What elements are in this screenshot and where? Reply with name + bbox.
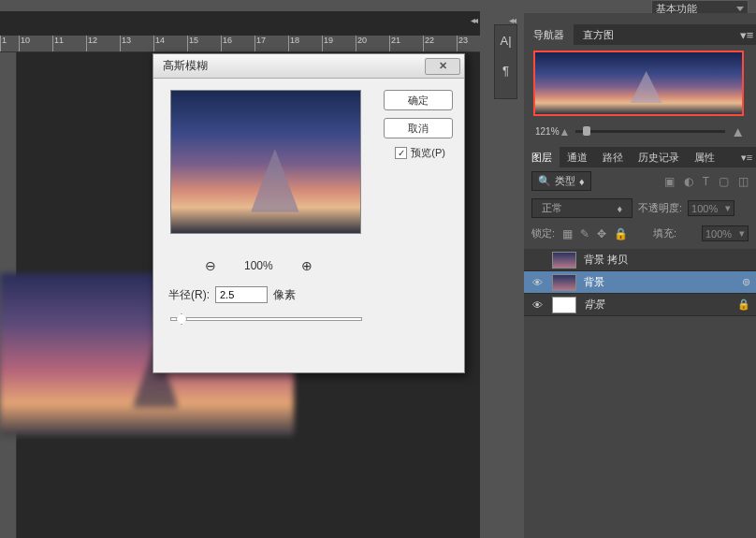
ruler-tick: 14 bbox=[153, 36, 187, 51]
search-icon: 🔍 bbox=[538, 175, 551, 187]
radius-input[interactable] bbox=[215, 286, 268, 303]
layers-panel-tabs: 图层 通道 路径 历史记录 属性 ▾≡ bbox=[524, 147, 756, 167]
panels-area: 导航器 直方图 ▾≡ 121% ▲ ▲ 图层 通道 路径 历史记录 属性 ▾≡ … bbox=[524, 13, 756, 538]
ruler-tick: 15 bbox=[187, 36, 221, 51]
ok-button[interactable]: 确定 bbox=[384, 90, 453, 110]
radius-unit: 像素 bbox=[273, 287, 296, 303]
navigator-zoom-controls: 121% ▲ ▲ bbox=[533, 124, 747, 139]
layer-name[interactable]: 背景 bbox=[584, 298, 604, 312]
lock-brush-icon[interactable]: ✎ bbox=[580, 227, 589, 240]
zoom-slider[interactable] bbox=[575, 130, 725, 133]
layers-list: 背景 拷贝 👁 背景 ⊚ 👁 背景 🔒 bbox=[524, 249, 756, 316]
layer-kind-dropdown[interactable]: 🔍 类型 ♦ bbox=[531, 171, 591, 191]
preview-label: 预览(P) bbox=[411, 146, 445, 160]
layer-name[interactable]: 背景 bbox=[584, 275, 604, 289]
filter-image-icon[interactable]: ▣ bbox=[664, 175, 675, 188]
ruler-horizontal: 1 10 11 12 13 14 15 16 17 18 19 20 21 22… bbox=[0, 36, 480, 52]
navigator-panel: 121% ▲ ▲ bbox=[524, 45, 756, 145]
preview-checkbox[interactable]: ✓ 预览(P) bbox=[395, 146, 445, 160]
chevron-down-icon bbox=[736, 7, 744, 11]
tab-history[interactable]: 历史记录 bbox=[631, 147, 687, 167]
opacity-input[interactable]: 100% ▾ bbox=[688, 200, 734, 216]
navigator-panel-tabs: 导航器 直方图 ▾≡ bbox=[524, 24, 756, 45]
layer-link-icon[interactable]: ⊚ bbox=[742, 276, 750, 288]
chevron-down-icon: ▾ bbox=[725, 202, 731, 214]
radius-slider[interactable] bbox=[170, 313, 362, 326]
blend-mode-dropdown[interactable]: 正常 ♦ bbox=[531, 198, 632, 218]
ruler-tick: 21 bbox=[389, 36, 423, 51]
panel-menu-icon[interactable]: ▾≡ bbox=[737, 147, 756, 167]
layer-item[interactable]: 背景 拷贝 bbox=[524, 249, 756, 271]
ruler-tick: 11 bbox=[52, 36, 86, 51]
tab-layers[interactable]: 图层 bbox=[524, 147, 560, 167]
visibility-icon[interactable]: 👁 bbox=[530, 277, 545, 288]
layer-lock-row: 锁定: ▦ ✎ ✥ 🔒 填充: 100% ▾ bbox=[524, 222, 756, 245]
ruler-tick: 10 bbox=[19, 36, 52, 51]
tab-channels[interactable]: 通道 bbox=[560, 147, 595, 167]
fill-input[interactable]: 100% ▾ bbox=[702, 225, 749, 241]
close-button[interactable]: ✕ bbox=[425, 58, 460, 75]
layer-name[interactable]: 背景 拷贝 bbox=[584, 253, 628, 267]
ruler-tick: 1 bbox=[0, 36, 19, 51]
layer-thumbnail[interactable] bbox=[552, 297, 576, 313]
close-icon: ✕ bbox=[439, 60, 447, 72]
ruler-tick: 17 bbox=[254, 36, 288, 51]
slider-track bbox=[170, 317, 362, 321]
zoom-level: 121% bbox=[535, 126, 560, 137]
tab-navigator[interactable]: 导航器 bbox=[524, 24, 574, 45]
lock-position-icon[interactable]: ✥ bbox=[597, 227, 606, 240]
fill-label: 填充: bbox=[653, 226, 676, 240]
side-dock: A| ¶ bbox=[494, 24, 517, 99]
ruler-tick: 23 bbox=[457, 36, 490, 51]
radius-label: 半径(R): bbox=[168, 287, 210, 303]
layer-filter-row: 🔍 类型 ♦ ▣ ◐ T ▢ ◫ bbox=[524, 167, 756, 195]
filter-smart-icon[interactable]: ◫ bbox=[738, 175, 749, 188]
checkbox-icon: ✓ bbox=[395, 147, 407, 159]
zoom-value: 100% bbox=[244, 259, 273, 272]
lock-icon: 🔒 bbox=[737, 298, 750, 311]
layer-blend-row: 正常 ♦ 不透明度: 100% ▾ bbox=[524, 195, 756, 222]
ruler-tick: 12 bbox=[86, 36, 120, 51]
cancel-button[interactable]: 取消 bbox=[384, 118, 453, 138]
radius-row: 半径(R): 像素 bbox=[168, 286, 296, 303]
dialog-title: 高斯模糊 bbox=[163, 58, 208, 74]
collapse-icon[interactable]: ◂◂ bbox=[471, 15, 476, 25]
ruler-tick: 16 bbox=[221, 36, 254, 51]
visibility-icon[interactable]: 👁 bbox=[530, 299, 545, 311]
zoom-out-icon[interactable]: ▲ bbox=[560, 125, 571, 138]
layer-thumbnail[interactable] bbox=[552, 252, 576, 269]
slider-thumb[interactable] bbox=[176, 313, 187, 325]
filter-text-icon[interactable]: T bbox=[703, 175, 709, 188]
dialog-titlebar[interactable]: 高斯模糊 ✕ bbox=[153, 54, 464, 79]
zoom-out-icon[interactable]: ⊖ bbox=[205, 258, 216, 273]
ruler-tick: 20 bbox=[356, 36, 389, 51]
layer-thumbnail[interactable] bbox=[552, 274, 576, 291]
gaussian-blur-dialog: 高斯模糊 ✕ 确定 取消 ✓ 预览(P) ⊖ 100% ⊕ 半径(R): 像素 bbox=[153, 53, 465, 373]
navigator-thumbnail[interactable] bbox=[533, 51, 744, 116]
dialog-body: 确定 取消 ✓ 预览(P) ⊖ 100% ⊕ 半径(R): 像素 bbox=[153, 79, 464, 372]
lock-label: 锁定: bbox=[531, 226, 555, 240]
chevron-down-icon: ▾ bbox=[739, 227, 745, 240]
tab-paths[interactable]: 路径 bbox=[595, 147, 631, 167]
paragraph-panel-icon[interactable]: ¶ bbox=[495, 55, 516, 85]
layer-item[interactable]: 👁 背景 🔒 bbox=[524, 294, 756, 316]
ruler-tick: 19 bbox=[322, 36, 356, 51]
tab-properties[interactable]: 属性 bbox=[687, 147, 722, 167]
character-panel-icon[interactable]: A| bbox=[495, 25, 516, 55]
opacity-label: 不透明度: bbox=[638, 201, 682, 215]
ruler-tick: 13 bbox=[120, 36, 153, 51]
tab-histogram[interactable]: 直方图 bbox=[574, 24, 623, 45]
preview-image[interactable] bbox=[170, 90, 361, 234]
zoom-in-icon[interactable]: ⊕ bbox=[301, 258, 313, 273]
chevron-down-icon: ♦ bbox=[579, 176, 585, 187]
layer-item[interactable]: 👁 背景 ⊚ bbox=[524, 271, 756, 294]
filter-shape-icon[interactable]: ▢ bbox=[719, 175, 729, 188]
collapse-icon[interactable] bbox=[513, 13, 745, 24]
zoom-controls: ⊖ 100% ⊕ bbox=[205, 258, 313, 273]
lock-all-icon[interactable]: 🔒 bbox=[614, 227, 628, 240]
filter-adjust-icon[interactable]: ◐ bbox=[684, 175, 693, 188]
ruler-tick: 22 bbox=[423, 36, 457, 51]
lock-pixels-icon[interactable]: ▦ bbox=[562, 227, 573, 240]
zoom-in-icon[interactable]: ▲ bbox=[731, 124, 745, 139]
panel-menu-icon[interactable]: ▾≡ bbox=[737, 24, 756, 45]
